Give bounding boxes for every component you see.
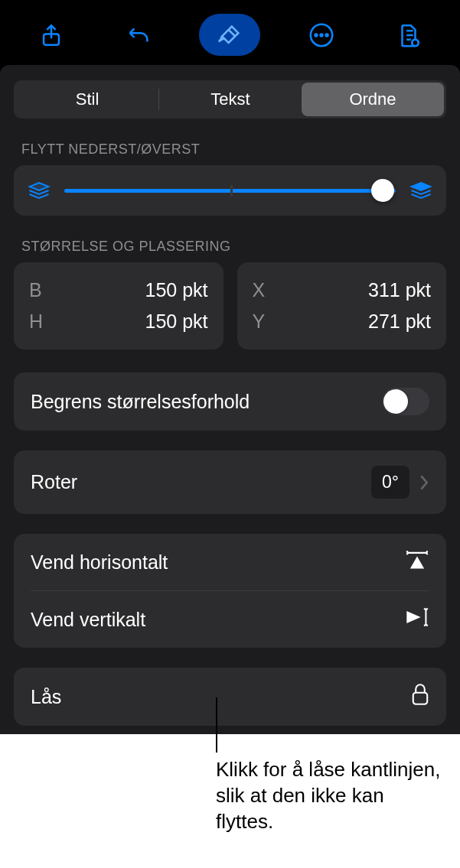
- layer-section-label: FLYTT NEDERST/ØVERST: [21, 141, 446, 158]
- flip-panel: Vend horisontalt Vend vertikalt: [14, 534, 446, 648]
- bring-to-front-icon[interactable]: [409, 180, 432, 200]
- svg-point-3: [320, 34, 322, 36]
- rotate-row[interactable]: Roter 0°: [14, 450, 446, 514]
- rotate-panel: Roter 0°: [14, 450, 446, 514]
- more-button[interactable]: [295, 15, 348, 56]
- size-section-label: STØRRELSE OG PLASSERING: [21, 239, 446, 255]
- height-label: H: [29, 310, 52, 333]
- flip-vertical-label: Vend vertikalt: [31, 609, 145, 631]
- inspector-panel: Stil Tekst Ordne FLYTT NEDERST/ØVERST: [0, 65, 460, 746]
- position-box: X 311 pkt Y 271 pkt: [237, 262, 447, 349]
- undo-button[interactable]: [112, 15, 165, 56]
- flip-horizontal-label: Vend horisontalt: [31, 551, 168, 574]
- x-label: X: [253, 279, 276, 301]
- constrain-panel: Begrens størrelsesforhold: [14, 372, 446, 431]
- svg-point-2: [315, 34, 317, 36]
- format-brush-icon: [217, 22, 243, 48]
- tab-text[interactable]: Tekst: [159, 83, 302, 116]
- flip-vertical-row[interactable]: Vend vertikalt: [14, 591, 446, 648]
- lock-label: Lås: [31, 686, 61, 708]
- flip-horizontal-row[interactable]: Vend horisontalt: [14, 534, 446, 590]
- svg-rect-7: [413, 693, 427, 704]
- width-label: B: [29, 279, 52, 301]
- callout-text: Klikk for å låse kantlinjen, slik at den…: [216, 757, 445, 834]
- svg-point-6: [413, 41, 418, 45]
- height-value[interactable]: 150 pkt: [145, 310, 207, 333]
- layer-slider[interactable]: [64, 179, 396, 202]
- size-position-grid: B 150 pkt H 150 pkt X 311 pkt Y 271 pkt: [14, 262, 446, 349]
- format-button[interactable]: [199, 14, 260, 56]
- flip-vertical-icon: [405, 606, 429, 632]
- lock-icon: [411, 683, 429, 710]
- svg-point-4: [325, 34, 328, 36]
- inspector-tabs: Stil Tekst Ordne: [14, 80, 446, 119]
- rotate-label: Roter: [31, 471, 77, 493]
- callout-area: Klikk for å låse kantlinjen, slik at den…: [0, 734, 460, 868]
- send-to-back-icon[interactable]: [28, 180, 51, 200]
- y-value[interactable]: 271 pkt: [368, 310, 431, 333]
- top-toolbar: [0, 0, 460, 65]
- lock-panel: Lås: [14, 668, 446, 726]
- x-value[interactable]: 311 pkt: [368, 279, 431, 301]
- tab-arrange[interactable]: Ordne: [302, 83, 444, 116]
- document-button[interactable]: [382, 15, 436, 56]
- more-icon: [308, 22, 334, 48]
- share-button[interactable]: [24, 15, 78, 56]
- undo-icon: [126, 22, 152, 48]
- lock-row[interactable]: Lås: [14, 668, 446, 726]
- callout-line: [216, 697, 217, 753]
- share-icon: [38, 22, 64, 48]
- slider-thumb[interactable]: [371, 179, 394, 202]
- width-value[interactable]: 150 pkt: [145, 279, 207, 301]
- tab-style[interactable]: Stil: [16, 83, 158, 116]
- chevron-right-icon: [419, 474, 429, 491]
- constrain-label: Begrens størrelsesforhold: [31, 391, 250, 413]
- constrain-toggle[interactable]: [382, 388, 429, 415]
- size-box: B 150 pkt H 150 pkt: [14, 262, 223, 349]
- layer-panel: [14, 165, 446, 216]
- rotate-value[interactable]: 0°: [371, 466, 409, 499]
- flip-horizontal-icon: [405, 549, 429, 575]
- document-icon: [396, 22, 422, 48]
- y-label: Y: [253, 310, 276, 333]
